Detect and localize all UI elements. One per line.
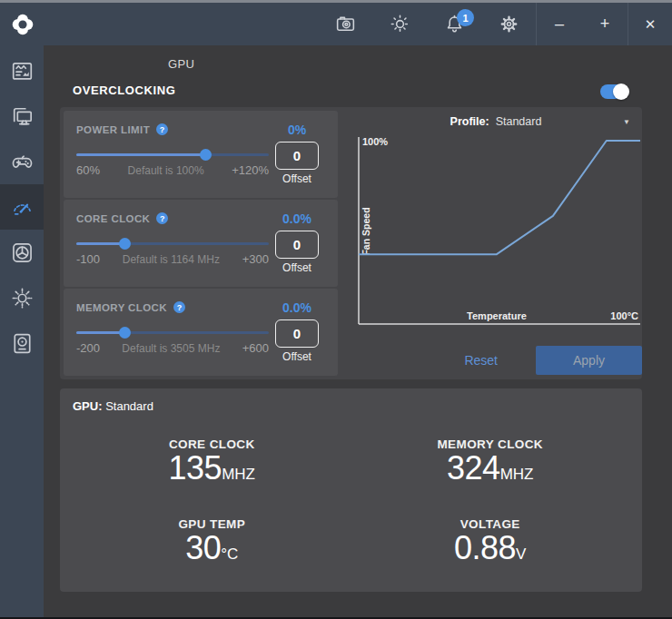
help-icon[interactable]: ? — [156, 123, 168, 135]
reset-button[interactable]: Reset — [464, 353, 498, 368]
dashboard-report-icon — [10, 59, 35, 84]
slider-default: Default is 100% — [100, 164, 232, 177]
memory-clock-label: MEMORY CLOCK — [76, 302, 167, 313]
stat-memory-clock: MEMORY CLOCK 324MHZ — [351, 437, 630, 485]
gpu-stats-panel: GPU: Standard CORE CLOCK 135MHZ MEMORY C… — [60, 388, 642, 592]
notification-badge[interactable]: 1 — [457, 9, 474, 26]
power-limit-offset-input[interactable] — [275, 142, 319, 170]
sidebar-item-storage[interactable] — [0, 320, 44, 366]
window-top-edge — [0, 0, 672, 3]
y-max-label: 100% — [362, 136, 388, 147]
slider-column: POWER LIMIT ? 60% Default is 100% +120% — [64, 111, 338, 376]
stats-header: GPU: Standard — [73, 399, 629, 413]
slider-max: +600 — [242, 341, 269, 355]
slider-fill — [76, 153, 205, 156]
core-clock-offset-input[interactable] — [275, 231, 319, 259]
sidebar-item-monitoring[interactable] — [0, 48, 44, 93]
gamepad-icon — [10, 150, 35, 174]
slider-min: -200 — [76, 341, 100, 355]
toggle-knob — [613, 84, 629, 100]
action-buttons: Reset Apply — [350, 346, 642, 375]
core-clock-card: CORE CLOCK ? -100 Default is 1164 MHz +3… — [64, 200, 338, 287]
memory-clock-card: MEMORY CLOCK ? -200 Default is 3505 MHz … — [64, 289, 338, 376]
maximize-icon: + — [600, 15, 610, 34]
overclocking-title: OVERCLOCKING — [73, 84, 175, 97]
overclocking-toggle[interactable] — [600, 84, 628, 99]
sidebar-item-games[interactable] — [0, 139, 44, 184]
stats-header-value: Standard — [105, 399, 153, 413]
slider-fill — [76, 331, 124, 334]
stat-value: 30°C — [73, 532, 351, 565]
titlebar: 1 – + ✕ — [0, 3, 672, 45]
slider-thumb[interactable] — [119, 238, 131, 250]
disc-drive-icon — [10, 331, 35, 356]
stat-value: 0.88V — [351, 532, 630, 565]
slider-min: 60% — [76, 163, 100, 177]
settings-button[interactable] — [481, 3, 536, 45]
fan-curve-column: Profile: Standard ▼ 100% Fan Speed Tempe… — [350, 111, 642, 376]
apply-button[interactable]: Apply — [536, 346, 642, 375]
sidebar-item-lighting[interactable] — [0, 275, 44, 320]
brightness-button[interactable] — [372, 3, 427, 45]
sidebar — [0, 45, 44, 617]
stat-value: 324MHZ — [351, 452, 630, 485]
computer-icon — [10, 104, 35, 129]
screenshot-button[interactable] — [318, 3, 372, 45]
gear-icon — [498, 13, 520, 35]
stats-header-label: GPU: — [73, 399, 103, 413]
power-limit-label: POWER LIMIT — [76, 124, 150, 135]
app-logo[interactable] — [0, 3, 45, 45]
x-axis-label: Temperature — [467, 310, 527, 321]
slider-thumb[interactable] — [200, 149, 212, 161]
close-button[interactable]: ✕ — [628, 3, 672, 45]
profile-dropdown[interactable]: Profile: Standard ▼ — [350, 113, 642, 131]
stats-grid: CORE CLOCK 135MHZ MEMORY CLOCK 324MHZ GP… — [73, 437, 629, 565]
sidebar-item-cooling[interactable] — [0, 230, 44, 275]
sidebar-item-tuning[interactable] — [0, 184, 44, 230]
x-max-label: 100°C — [610, 310, 638, 321]
offset-label: Offset — [282, 350, 311, 363]
sun-icon — [10, 286, 35, 310]
slider-max: +300 — [242, 252, 269, 266]
overclocking-panel: POWER LIMIT ? 60% Default is 100% +120% — [60, 107, 642, 379]
fan-icon — [10, 241, 35, 265]
offset-label: Offset — [282, 172, 311, 185]
slider-min: -100 — [76, 252, 100, 266]
y-axis-label: Fan Speed — [361, 207, 371, 255]
tab-gpu[interactable]: GPU — [168, 57, 194, 71]
slider-thumb[interactable] — [119, 327, 131, 339]
stat-gpu-temp: GPU TEMP 30°C — [73, 517, 351, 565]
memory-clock-value: 0.0% — [282, 300, 311, 317]
help-icon[interactable]: ? — [173, 301, 185, 313]
sidebar-item-pc-specs[interactable] — [0, 93, 44, 139]
fan-curve-chart: 100% Fan Speed Temperature 100°C — [351, 132, 642, 329]
power-limit-slider[interactable] — [76, 153, 269, 156]
profile-label: Profile: — [450, 115, 489, 128]
power-limit-card: POWER LIMIT ? 60% Default is 100% +120% — [64, 111, 338, 198]
fan-curve-line[interactable] — [359, 141, 640, 254]
core-clock-label: CORE CLOCK — [76, 213, 150, 224]
core-clock-slider[interactable] — [76, 242, 269, 245]
stat-value: 135MHZ — [73, 452, 351, 485]
close-icon: ✕ — [645, 16, 657, 33]
stat-core-clock: CORE CLOCK 135MHZ — [73, 437, 351, 485]
maximize-button[interactable]: + — [582, 3, 628, 45]
main-content: GPU OVERCLOCKING POWER LIMIT ? — [44, 45, 672, 617]
minimize-button[interactable]: – — [537, 3, 582, 45]
offset-label: Offset — [282, 261, 311, 274]
chevron-down-icon: ▼ — [623, 118, 630, 126]
camera-icon — [334, 13, 357, 35]
memory-clock-slider[interactable] — [76, 331, 269, 334]
cam-logo-icon — [10, 12, 35, 37]
help-icon[interactable]: ? — [156, 212, 168, 224]
app-window: 1 – + ✕ — [0, 0, 672, 619]
slider-max: +120% — [232, 163, 269, 177]
memory-clock-offset-input[interactable] — [275, 319, 319, 348]
minimize-icon: – — [555, 15, 564, 34]
notifications-button[interactable]: 1 — [427, 3, 481, 45]
slider-default: Default is 3505 MHz — [100, 342, 242, 355]
slider-default: Default is 1164 MHz — [100, 253, 242, 266]
brightness-icon — [389, 13, 411, 35]
power-limit-value: 0% — [288, 123, 306, 139]
slider-fill — [76, 242, 124, 245]
